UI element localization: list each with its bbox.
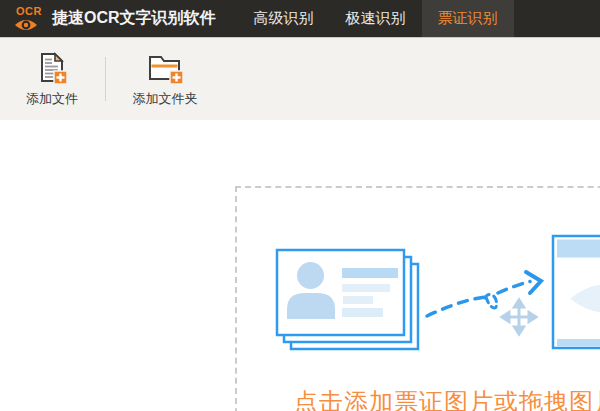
preview-card-icon <box>553 236 600 348</box>
move-cursor-icon <box>502 300 536 334</box>
eye-icon <box>14 18 38 32</box>
tab-advanced-recognition[interactable]: 高级识别 <box>238 0 330 37</box>
tab-fast-recognition[interactable]: 极速识别 <box>330 0 422 37</box>
add-folder-label: 添加文件夹 <box>133 90 198 108</box>
app-logo: OCR <box>4 0 48 37</box>
add-file-icon <box>36 51 68 84</box>
add-folder-icon <box>146 51 184 84</box>
add-file-button[interactable]: 添加文件 <box>8 44 96 114</box>
main-area: 点击添加票证图片或拖拽图片 <box>0 120 600 411</box>
logo-text: OCR <box>16 6 42 17</box>
dashed-arrow-icon <box>427 272 541 316</box>
add-folder-button[interactable]: 添加文件夹 <box>115 44 215 114</box>
tab-bar: 高级识别 极速识别 票证识别 <box>238 0 514 37</box>
id-card-stack-icon <box>277 250 418 349</box>
dropzone-hint: 点击添加票证图片或拖拽图片 <box>294 386 600 411</box>
add-file-label: 添加文件 <box>26 90 78 108</box>
toolbar-divider <box>105 57 106 101</box>
app-title: 捷速OCR文字识别软件 <box>52 8 216 29</box>
topbar: OCR 捷速OCR文字识别软件 高级识别 极速识别 票证识别 <box>0 0 600 37</box>
tab-ticket-recognition[interactable]: 票证识别 <box>422 0 514 37</box>
toolbar: 添加文件 添加文件夹 <box>0 37 600 120</box>
dropzone-illustration <box>0 120 600 411</box>
